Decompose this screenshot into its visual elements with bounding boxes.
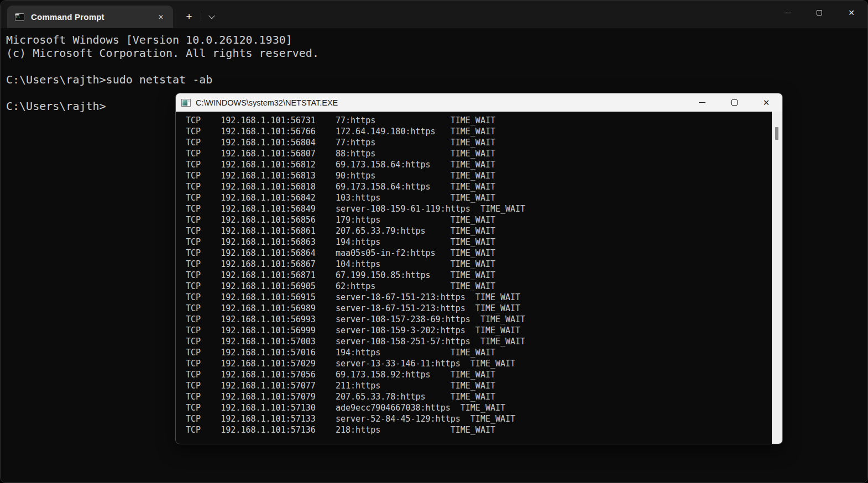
netstat-scrollbar[interactable] <box>772 112 782 444</box>
netstat-row: TCP 192.168.1.101:56849 server-108-159-6… <box>176 203 772 214</box>
tab-bar: Command Prompt ✕ + ✕ <box>1 1 867 28</box>
netstat-row: TCP 192.168.1.101:56861 207.65.33.79:htt… <box>176 225 772 237</box>
netstat-row: TCP 192.168.1.101:56818 69.173.158.64:ht… <box>176 181 772 192</box>
close-button[interactable]: ✕ <box>835 1 867 25</box>
netstat-maximize-button[interactable] <box>718 93 750 112</box>
netstat-row: TCP 192.168.1.101:56989 server-18-67-151… <box>176 303 772 314</box>
close-icon: ✕ <box>848 9 855 17</box>
maximize-icon <box>731 99 738 106</box>
terminal-line: C:\Users\rajth>sudo netstat -ab <box>6 73 867 86</box>
maximize-button[interactable] <box>803 1 835 25</box>
new-tab-button[interactable]: + <box>180 8 198 25</box>
netstat-body: TCP 192.168.1.101:56731 77:https TIME_WA… <box>176 112 782 444</box>
terminal-line: Microsoft Windows [Version 10.0.26120.19… <box>6 33 867 46</box>
netstat-row: TCP 192.168.1.101:57016 194:https TIME_W… <box>176 347 772 358</box>
terminal-line: (c) Microsoft Corporation. All rights re… <box>6 46 867 60</box>
netstat-row: TCP 192.168.1.101:56863 194:https TIME_W… <box>176 237 772 248</box>
terminal-line <box>6 60 867 73</box>
netstat-console-output[interactable]: TCP 192.168.1.101:56731 77:https TIME_WA… <box>176 112 772 444</box>
netstat-row: TCP 192.168.1.101:57056 69.173.158.92:ht… <box>176 369 772 380</box>
netstat-row: TCP 192.168.1.101:57077 211:https TIME_W… <box>176 380 772 391</box>
netstat-row: TCP 192.168.1.101:57130 ade9ecc790466703… <box>176 402 772 413</box>
tab-command-prompt[interactable]: Command Prompt ✕ <box>7 6 173 28</box>
netstat-row: TCP 192.168.1.101:56999 server-108-159-3… <box>176 325 772 336</box>
netstat-row: TCP 192.168.1.101:56993 server-108-157-2… <box>176 314 772 325</box>
tab-label: Command Prompt <box>31 12 154 22</box>
netstat-titlebar[interactable]: C:\WINDOWS\system32\NETSTAT.EXE ✕ <box>176 93 782 112</box>
netstat-scrollbar-thumb[interactable] <box>775 127 778 140</box>
netstat-window: C:\WINDOWS\system32\NETSTAT.EXE ✕ TCP 19… <box>175 93 783 444</box>
netstat-row: TCP 192.168.1.101:56842 103:https TIME_W… <box>176 192 772 203</box>
netstat-row: TCP 192.168.1.101:56813 90:https TIME_WA… <box>176 170 772 181</box>
netstat-row: TCP 192.168.1.101:57079 207.65.33.78:htt… <box>176 391 772 402</box>
netstat-row: TCP 192.168.1.101:56867 104:https TIME_W… <box>176 259 772 270</box>
chevron-down-icon <box>208 13 215 19</box>
netstat-row: TCP 192.168.1.101:56804 77:https TIME_WA… <box>176 137 772 148</box>
minimize-icon <box>785 13 791 13</box>
netstat-row: TCP 192.168.1.101:56812 69.173.158.64:ht… <box>176 159 772 170</box>
netstat-row: TCP 192.168.1.101:56905 62:https TIME_WA… <box>176 281 772 292</box>
minimize-button[interactable] <box>771 1 803 25</box>
netstat-row: TCP 192.168.1.101:56864 maa05s05-in-f2:h… <box>176 248 772 259</box>
terminal-window: Command Prompt ✕ + ✕ Microsoft Windows [… <box>0 0 868 483</box>
tab-close-icon[interactable]: ✕ <box>154 11 168 24</box>
netstat-row: TCP 192.168.1.101:56856 179:https TIME_W… <box>176 214 772 225</box>
netstat-row: TCP 192.168.1.101:57136 218:https TIME_W… <box>176 424 772 435</box>
command-prompt-icon <box>15 13 24 21</box>
tab-dropdown-button[interactable] <box>203 8 220 25</box>
netstat-row: TCP 192.168.1.101:56766 172.64.149.180:h… <box>176 126 772 137</box>
console-app-icon <box>181 99 191 107</box>
netstat-row: TCP 192.168.1.101:56915 server-18-67-151… <box>176 292 772 303</box>
netstat-row: TCP 192.168.1.101:57133 server-52-84-45-… <box>176 413 772 424</box>
netstat-row: TCP 192.168.1.101:57029 server-13-33-146… <box>176 358 772 369</box>
close-icon: ✕ <box>763 98 770 107</box>
window-controls: ✕ <box>771 1 867 25</box>
tab-divider <box>201 12 201 22</box>
netstat-row: TCP 192.168.1.101:56871 67.199.150.85:ht… <box>176 270 772 281</box>
netstat-minimize-button[interactable] <box>686 93 718 112</box>
netstat-window-title: C:\WINDOWS\system32\NETSTAT.EXE <box>196 98 686 107</box>
netstat-close-button[interactable]: ✕ <box>750 93 782 112</box>
netstat-window-controls: ✕ <box>686 93 782 112</box>
netstat-row: TCP 192.168.1.101:56731 77:https TIME_WA… <box>176 115 772 126</box>
minimize-icon <box>699 102 705 103</box>
netstat-row: TCP 192.168.1.101:57003 server-108-158-2… <box>176 336 772 347</box>
maximize-icon <box>817 10 822 15</box>
netstat-row: TCP 192.168.1.101:56807 88:https TIME_WA… <box>176 148 772 159</box>
